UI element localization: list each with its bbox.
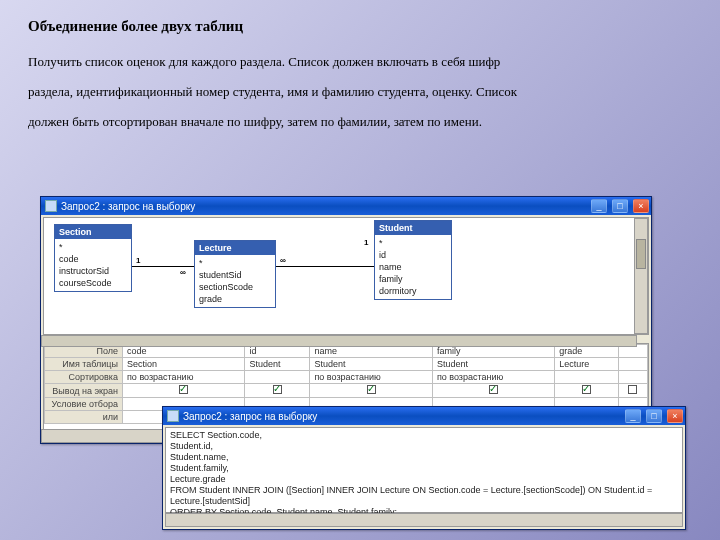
relation-line [276, 266, 374, 267]
paragraph-line-3: должен быть отсортирован вначале по шифр… [28, 109, 692, 135]
close-button[interactable]: × [633, 199, 649, 213]
grid-cell[interactable] [245, 384, 310, 398]
show-checkbox[interactable] [628, 385, 637, 394]
vertical-scrollbar[interactable] [634, 218, 648, 334]
row-label: Условие отбора [45, 398, 123, 411]
grid-cell[interactable] [310, 384, 432, 398]
row-label: Сортировка [45, 371, 123, 384]
grid-cell[interactable] [245, 371, 310, 384]
app-icon [167, 410, 179, 422]
grid-cell[interactable]: по возрастанию [310, 371, 432, 384]
window-title: Запрос2 : запрос на выборку [61, 201, 195, 212]
grid-cell[interactable] [555, 384, 618, 398]
paragraph-line-1: Получить список оценок для каждого разде… [28, 49, 692, 75]
maximize-button[interactable]: □ [612, 199, 628, 213]
titlebar[interactable]: Запрос2 : запрос на выборку _ □ × [41, 197, 651, 215]
relationship-pane[interactable]: Section * code instructorSid courseScode… [43, 217, 649, 335]
show-checkbox[interactable] [273, 385, 282, 394]
sql-view-window: Запрос2 : запрос на выборку _ □ × SELECT… [162, 406, 686, 530]
row-label: Вывод на экран [45, 384, 123, 398]
table-student[interactable]: Student * id name family dormitory [374, 220, 452, 300]
horizontal-scrollbar[interactable] [165, 513, 683, 527]
grid-cell[interactable] [618, 384, 647, 398]
table-section[interactable]: Section * code instructorSid courseScode [54, 224, 132, 292]
grid-cell[interactable] [555, 371, 618, 384]
show-checkbox[interactable] [179, 385, 188, 394]
scrollbar-thumb[interactable] [636, 239, 646, 269]
show-checkbox[interactable] [489, 385, 498, 394]
field-list[interactable]: * code instructorSid courseScode [55, 239, 131, 291]
row-label: Имя таблицы [45, 358, 123, 371]
grid-cell[interactable]: по возрастанию [123, 371, 245, 384]
grid-cell[interactable]: Student [310, 358, 432, 371]
grid-row-sort: Сортировка по возрастанию по возрастанию… [45, 371, 648, 384]
field-list[interactable]: * id name family dormitory [375, 235, 451, 299]
paragraph-line-2: раздела, идентификационный номер студент… [28, 79, 692, 105]
grid-cell[interactable]: Student [432, 358, 554, 371]
page-title: Объединение более двух таблиц [28, 18, 692, 35]
app-icon [45, 200, 57, 212]
grid-row-show: Вывод на экран [45, 384, 648, 398]
field-list[interactable]: * studentSid sectionScode grade [195, 255, 275, 307]
grid-cell[interactable]: Section [123, 358, 245, 371]
row-label: или [45, 411, 123, 424]
show-checkbox[interactable] [582, 385, 591, 394]
grid-cell[interactable] [618, 371, 647, 384]
relation-one: 1 [364, 238, 368, 247]
grid-cell[interactable] [618, 358, 647, 371]
grid-cell[interactable]: Lecture [555, 358, 618, 371]
grid-cell[interactable] [432, 384, 554, 398]
maximize-button[interactable]: □ [646, 409, 662, 423]
relation-one: 1 [136, 256, 140, 265]
relation-many: ∞ [180, 268, 186, 277]
relation-line [132, 266, 194, 267]
table-header: Section [55, 225, 131, 239]
show-checkbox[interactable] [367, 385, 376, 394]
grid-cell[interactable] [123, 384, 245, 398]
sql-text[interactable]: SELECT Section.code, Student.id, Student… [165, 427, 683, 513]
grid-row-table: Имя таблицы Section Student Student Stud… [45, 358, 648, 371]
table-header: Student [375, 221, 451, 235]
minimize-button[interactable]: _ [625, 409, 641, 423]
window-title: Запрос2 : запрос на выборку [183, 411, 317, 422]
grid-cell[interactable]: Student [245, 358, 310, 371]
grid-cell[interactable]: по возрастанию [432, 371, 554, 384]
close-button[interactable]: × [667, 409, 683, 423]
relation-many: ∞ [280, 256, 286, 265]
table-lecture[interactable]: Lecture * studentSid sectionScode grade [194, 240, 276, 308]
minimize-button[interactable]: _ [591, 199, 607, 213]
titlebar[interactable]: Запрос2 : запрос на выборку _ □ × [163, 407, 685, 425]
table-header: Lecture [195, 241, 275, 255]
splitter[interactable] [41, 335, 637, 347]
